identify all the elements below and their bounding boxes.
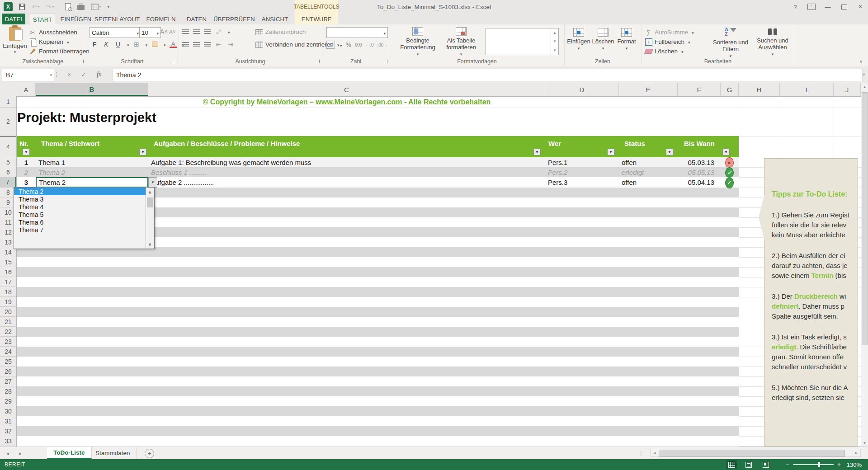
column-header-h[interactable]: H [739,83,780,96]
format-painter-button[interactable]: Format übertragen [29,47,90,56]
row-header-28[interactable]: 28 [0,386,16,396]
scrollbar-thumb[interactable] [147,197,153,207]
align-center-icon[interactable] [193,42,200,47]
scroll-down-icon[interactable]: ▼ [861,439,868,446]
table-row[interactable]: 2 Thema 2 Beschluss 1 ......... Pers.2 e… [17,167,739,177]
help-icon[interactable]: ? [789,2,801,12]
formula-options-icon[interactable]: ⋮ [53,69,60,80]
restore-icon[interactable] [838,2,850,12]
row-header-29[interactable]: 29 [0,396,16,406]
zoom-slider[interactable] [793,464,834,465]
filter-dropdown-icon[interactable]: ▼ [607,149,614,155]
quick-table-icon[interactable]: ▾ [91,2,101,11]
fill-color-icon[interactable] [151,41,159,48]
zoom-slider-thumb[interactable] [818,462,820,467]
shrink-font-icon[interactable]: A˅ [169,29,176,35]
tab-ueberpruefen[interactable]: ÜBERPRÜFEN [211,14,258,24]
row-header-22[interactable]: 22 [0,327,16,337]
tab-seitenlayout[interactable]: SEITENLAYOUT [95,14,139,24]
dropdown-item[interactable]: Thema 6 [14,218,154,226]
row-header-15[interactable]: 15 [0,257,16,267]
enter-icon[interactable]: ✓ [78,69,90,80]
column-header-g[interactable]: G [721,83,739,96]
number-format-select[interactable] [326,27,388,38]
dropdown-item[interactable]: Thema 5 [14,211,154,218]
comma-style-icon[interactable]: 000 [355,42,362,47]
minimize-icon[interactable]: — [822,2,834,12]
scrollbar-thumb[interactable] [659,450,845,457]
insert-function-icon[interactable]: fx [92,69,106,80]
zoom-in-icon[interactable]: + [837,461,841,468]
save-icon[interactable] [19,2,25,11]
excel-logo-icon[interactable]: X [4,2,13,11]
row-header-7[interactable]: 7 [0,177,16,188]
active-cell-b7[interactable]: Thema 2 [36,177,148,188]
row-header-23[interactable]: 23 [0,337,16,347]
filter-dropdown-icon[interactable]: ▼ [23,149,30,155]
horizontal-scrollbar[interactable]: ◄ ► [650,449,861,457]
dialog-launcher-icon[interactable] [173,60,176,63]
row-header-24[interactable]: 24 [0,347,16,357]
tab-einfuegen[interactable]: EINFÜGEN [57,14,95,24]
font-name-select[interactable]: Calibri [90,27,141,38]
vertical-scrollbar[interactable]: ▲ ▼ [861,83,868,446]
wrap-text-button[interactable]: Zeilenumbruch [255,27,306,37]
row-header-25[interactable]: 25 [0,357,16,367]
row-header-5[interactable]: 5 [0,157,16,167]
row-header-4[interactable]: 4 [0,136,16,157]
cut-button[interactable]: ✂Ausschneiden [29,28,90,37]
scroll-up-icon[interactable]: ▲ [861,83,868,90]
row-header-16[interactable]: 16 [0,267,16,277]
normal-view-icon[interactable] [726,460,737,469]
row-header-30[interactable]: 30 [0,406,16,416]
align-middle-icon[interactable] [193,29,200,34]
font-size-select[interactable]: 10 [139,27,161,38]
tab-datei[interactable]: DATEI [2,14,25,24]
tab-formeln[interactable]: FORMELN [139,14,183,24]
dialog-launcher-icon[interactable] [316,60,320,63]
format-cells-button[interactable]: Format [615,28,638,52]
tab-entwurf[interactable]: ENTWURF [295,14,338,24]
fill-button[interactable]: ↓Füllbereich [645,37,694,47]
column-header-i[interactable]: I [780,83,834,96]
filter-dropdown-icon[interactable]: ▼ [722,149,730,155]
column-header-c[interactable]: C [148,83,545,96]
sheet-nav-right-icon[interactable]: ► [18,447,23,460]
grow-font-icon[interactable]: A˄ [160,28,168,35]
sheet-tab-todo-liste[interactable]: ToDo-Liste [47,447,92,459]
increase-indent-icon[interactable]: ⇥ [226,41,234,48]
collapse-ribbon-icon[interactable]: ∧ [859,59,863,65]
italic-button[interactable]: K [102,41,110,48]
align-right-icon[interactable] [204,42,211,47]
ribbon-display-options-icon[interactable]: ^ [806,2,817,12]
print-icon[interactable] [77,2,85,11]
row-header-17[interactable]: 17 [0,277,16,287]
align-bottom-icon[interactable] [204,29,211,34]
column-header-f[interactable]: F [678,83,721,96]
cell-styles-gallery[interactable]: ▲▼▼ [486,28,559,55]
paste-button[interactable]: Einfügen [4,27,26,54]
underline-button[interactable]: U [114,41,122,48]
row-header-20[interactable]: 20 [0,307,16,317]
row-header-2[interactable]: 2 [0,108,16,136]
dialog-launcher-icon[interactable] [384,60,387,63]
row-header-1[interactable]: 1 [0,96,16,108]
delete-cells-button[interactable]: Löschen [591,28,615,52]
column-header-j[interactable]: J [834,83,861,96]
cell-dropdown-icon[interactable]: ▼ [148,177,157,188]
row-header-33[interactable]: 33 [0,436,16,446]
format-as-table-button[interactable]: Als Tabelle formatieren [440,27,482,58]
column-header-a[interactable]: A [17,83,36,96]
dropdown-item[interactable]: Thema 3 [14,195,154,203]
dropdown-item[interactable]: Thema 7 [14,226,154,234]
row-header-27[interactable]: 27 [0,376,16,386]
orientation-icon[interactable]: ⤢ [215,28,222,35]
increase-decimal-icon[interactable]: ←.0 [365,42,373,47]
scroll-up-icon[interactable]: ∧ [146,188,154,196]
dropdown-item[interactable]: Thema 2 [14,188,154,195]
filter-dropdown-icon[interactable]: ▼ [666,149,673,155]
close-icon[interactable]: × [854,2,866,12]
copy-button[interactable]: Kopieren [29,37,90,47]
tab-daten[interactable]: DATEN [183,14,211,24]
accounting-format-icon[interactable]: $ [326,41,335,49]
